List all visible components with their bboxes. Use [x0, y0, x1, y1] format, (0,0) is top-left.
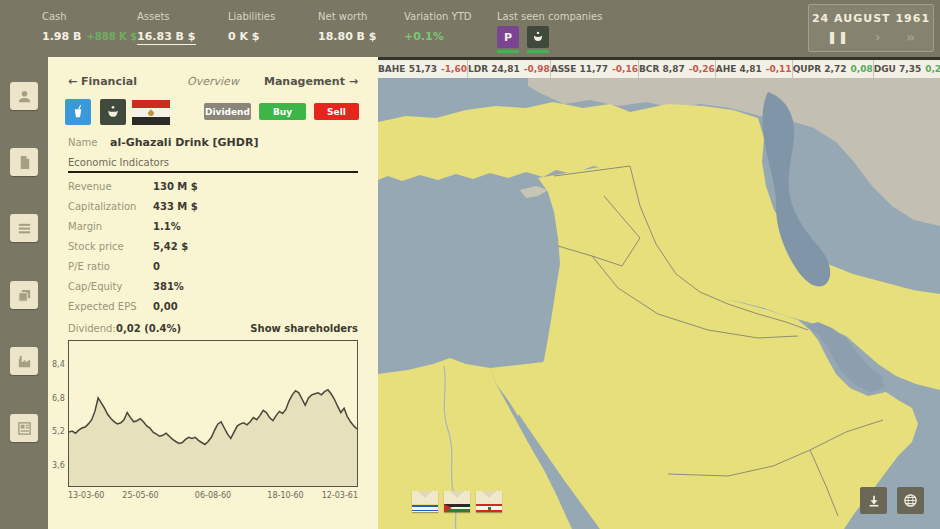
play-icon[interactable]: ›: [875, 30, 881, 44]
mail-notification-palestine-flag[interactable]: [444, 491, 470, 512]
y-axis-tick: 3,6: [52, 461, 65, 470]
envelope-icon: [444, 491, 470, 504]
lebanon-flag: [476, 504, 502, 512]
pot-icon: [100, 99, 126, 125]
ticker-item-bcr[interactable]: BCR 8,87 -0,26: [638, 60, 715, 78]
x-axis-tick: 06-08-60: [195, 491, 231, 500]
y-axis-tick: 8,4: [52, 360, 65, 369]
middle-east-map[interactable]: [378, 78, 940, 529]
section-title: Economic Indicators: [68, 157, 169, 168]
show-shareholders-link[interactable]: Show shareholders: [250, 323, 358, 334]
stock-ticker: BAHE 51,73 -1,60 LDR 24,81 -0,98 ASSE 11…: [378, 57, 940, 78]
x-axis-tick: 18-10-60: [267, 491, 303, 500]
israel-flag: [412, 504, 438, 512]
pot-icon[interactable]: [527, 26, 549, 48]
top-status-bar: Cash 1.98 B+888 K $ Assets 16.83 B $ Lia…: [0, 0, 940, 57]
indicator-row: Cap/Equity 381%: [48, 281, 378, 301]
dividend-label: Dividend:: [68, 323, 116, 334]
envelope-icon: [412, 491, 438, 504]
indicator-row: Capitalization 433 M $: [48, 201, 378, 221]
palestine-flag: [444, 504, 470, 512]
buy-button[interactable]: Buy: [259, 103, 306, 120]
fast-forward-icon[interactable]: »: [906, 30, 915, 44]
ticker-item-dgu[interactable]: DGU 7,35 0,21: [873, 60, 940, 78]
x-axis-tick: 25-05-60: [122, 491, 158, 500]
date-panel: 24 AUGUST 1961 ❚❚ › »: [808, 4, 934, 52]
indicator-row: Margin 1.1%: [48, 221, 378, 241]
list-icon[interactable]: [10, 214, 38, 242]
sell-button[interactable]: Sell: [314, 103, 359, 120]
indicator-row: Stock price 5,42 $: [48, 241, 378, 261]
ticker-item-bahe[interactable]: BAHE 51,73 -1,60: [378, 60, 467, 78]
download-icon[interactable]: [860, 487, 887, 514]
company-name: al-Ghazali Drink [GHDR]: [110, 136, 258, 149]
indicator-row: P/E ratio 0: [48, 261, 378, 281]
person-icon[interactable]: [10, 82, 38, 110]
x-axis-tick: 12-03-61: [322, 491, 358, 500]
stock-price-chart: [68, 340, 358, 487]
indicator-row: Expected EPS 0,00: [48, 301, 378, 321]
ticker-item-asse[interactable]: ASSE 11,77 -0,16: [550, 60, 638, 78]
y-axis-tick: 5,2: [52, 427, 65, 436]
news-icon[interactable]: [10, 414, 38, 442]
company-name-label: Name: [68, 137, 98, 148]
company-p-icon[interactable]: P: [497, 26, 519, 48]
factory-icon[interactable]: [10, 347, 38, 375]
company-panel: ← Financial Overview Management → Divide…: [48, 57, 378, 529]
envelope-icon: [476, 491, 502, 504]
y-axis-tick: 6,8: [52, 394, 65, 403]
last-seen-label: Last seen companies: [497, 11, 602, 22]
dividend-value: 0,02 (0.4%): [116, 323, 181, 334]
right-arrow-icon: →: [349, 75, 358, 88]
dividend-button[interactable]: Dividend: [204, 103, 251, 120]
drink-icon[interactable]: [65, 99, 91, 125]
left-toolbar: [0, 57, 48, 529]
mail-notification-lebanon-flag[interactable]: [476, 491, 502, 512]
x-axis-tick: 13-03-60: [68, 491, 104, 500]
indicator-row: Revenue 130 M $: [48, 181, 378, 201]
egypt-flag: [132, 100, 170, 125]
ticker-item-qupr[interactable]: QUPR 2,72 0,08: [792, 60, 873, 78]
gallery-icon[interactable]: [10, 281, 38, 309]
current-date: 24 AUGUST 1961: [809, 12, 933, 25]
panel-tabs: ← Financial Overview Management →: [48, 75, 378, 89]
ticker-item-ahe[interactable]: AHE 4,81 -0,11: [715, 60, 792, 78]
document-icon[interactable]: [10, 148, 38, 176]
pause-icon[interactable]: ❚❚: [827, 30, 849, 44]
ticker-item-ldr[interactable]: LDR 24,81 -0,98: [467, 60, 550, 78]
tab-management[interactable]: Management →: [264, 75, 358, 88]
section-divider: [68, 171, 358, 173]
mail-notification-israel-flag[interactable]: [412, 491, 438, 512]
globe-icon[interactable]: [897, 487, 924, 514]
